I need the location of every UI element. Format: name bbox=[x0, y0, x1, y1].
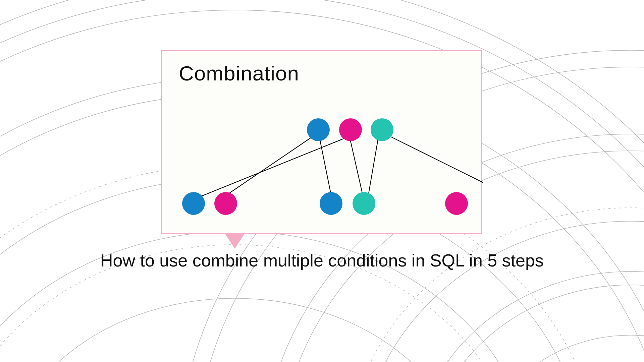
node-top-teal bbox=[371, 118, 393, 141]
node-top-magenta bbox=[339, 118, 362, 141]
svg-point-16 bbox=[413, 272, 644, 362]
svg-line-23 bbox=[368, 139, 378, 197]
node-bottom-magenta-2 bbox=[445, 192, 468, 215]
node-bottom-magenta-1 bbox=[214, 192, 237, 215]
node-bottom-teal bbox=[353, 192, 375, 215]
svg-line-21 bbox=[198, 138, 346, 197]
svg-point-18 bbox=[480, 335, 644, 362]
node-bottom-blue-1 bbox=[182, 192, 205, 215]
svg-point-17 bbox=[426, 285, 644, 362]
slide-subtitle: How to use combine multiple conditions i… bbox=[0, 249, 644, 272]
svg-line-24 bbox=[386, 134, 483, 183]
combination-graph bbox=[162, 51, 483, 235]
svg-line-22 bbox=[350, 139, 363, 197]
subtitle-text: How to use combine multiple conditions i… bbox=[100, 251, 544, 270]
combination-card: Combination bbox=[161, 50, 482, 234]
pointer-triangle-icon bbox=[225, 233, 245, 249]
svg-point-9 bbox=[0, 298, 470, 362]
node-bottom-blue-2 bbox=[320, 192, 342, 215]
svg-point-15 bbox=[359, 221, 644, 362]
svg-line-19 bbox=[222, 135, 314, 198]
node-top-blue bbox=[307, 118, 330, 141]
